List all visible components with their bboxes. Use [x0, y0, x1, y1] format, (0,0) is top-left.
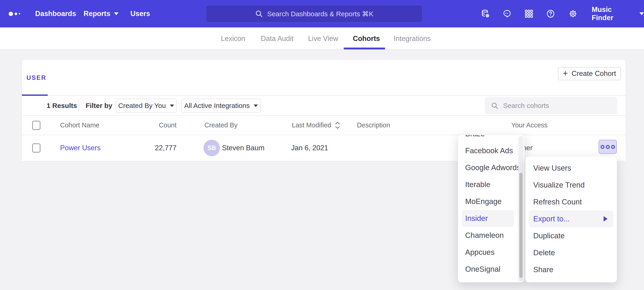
filter-toolbar: 1 Results Filter by Created By You All A…: [22, 96, 626, 116]
select-all-checkbox[interactable]: [32, 121, 40, 130]
menu-item-share[interactable]: Share: [526, 261, 617, 278]
tab-live-view[interactable]: Live View: [308, 28, 338, 50]
data-management-icon[interactable]: [481, 9, 490, 19]
global-search-input[interactable]: Search Dashboards & Reports ⌘K: [206, 5, 422, 22]
plus-icon: +: [563, 69, 568, 78]
section-tabbar: Lexicon Data Audit Live View Cohorts Int…: [0, 28, 644, 50]
row-actions-menu: View Users Visualize Trend Refresh Count…: [525, 156, 617, 282]
nav-dashboards-label: Dashboards: [35, 10, 76, 18]
menu-item-visualize-trend[interactable]: Visualize Trend: [526, 177, 617, 194]
chevron-down-icon: [640, 12, 644, 15]
last-modified-value: Jan 6, 2021: [291, 135, 328, 161]
project-name: Music Finder: [592, 6, 635, 22]
menu-item-onesignal[interactable]: OneSignal: [458, 261, 524, 278]
avatar: SB: [204, 140, 220, 156]
menu-item-braze[interactable]: Braze: [458, 135, 524, 142]
cohort-count: 22,777: [136, 135, 176, 161]
menu-item-chameleon[interactable]: Chameleon: [458, 227, 524, 244]
global-search-placeholder: Search Dashboards & Reports ⌘K: [267, 10, 374, 18]
top-navigation-bar: Dashboards Reports Users Search Dashboar…: [0, 0, 644, 28]
integrations-filter-value: All Active Integrations: [184, 102, 250, 109]
col-header-cohort-name[interactable]: Cohort Name: [60, 116, 99, 135]
chevron-down-icon: [254, 104, 258, 107]
table-header-row: Cohort Name Count Created By Last Modifi…: [22, 116, 626, 135]
created-by-filter-dropdown[interactable]: Created By You: [116, 99, 177, 113]
submenu-arrow-icon: [604, 216, 608, 222]
col-header-description[interactable]: Description: [357, 116, 390, 135]
create-cohort-button[interactable]: + Create Cohort: [558, 67, 621, 80]
active-tab-underline: [344, 48, 385, 49]
col-header-your-access[interactable]: Your Access: [511, 116, 548, 135]
menu-item-view-users[interactable]: View Users: [526, 160, 617, 177]
menu-item-moengage[interactable]: MoEngage: [458, 193, 524, 210]
chevron-down-icon: [114, 12, 118, 15]
project-switcher[interactable]: Music Finder: [592, 0, 644, 28]
col-header-created-by[interactable]: Created By: [204, 116, 238, 135]
cohort-type-tabs: USER + Create Cohort: [22, 60, 626, 96]
export-destinations-menu: Braze Facebook Ads Google Adwords Iterab…: [458, 135, 524, 282]
menu-item-appcues[interactable]: Appcues: [458, 244, 524, 261]
apps-grid-icon[interactable]: [524, 9, 534, 19]
tab-data-audit[interactable]: Data Audit: [261, 28, 294, 50]
tab-integrations[interactable]: Integrations: [394, 28, 431, 50]
nav-reports[interactable]: Reports: [84, 0, 118, 28]
results-count: 1 Results: [46, 96, 77, 115]
menu-item-insider[interactable]: Insider: [462, 210, 514, 227]
menu-item-iterable[interactable]: Iterable: [458, 176, 524, 193]
search-icon: [255, 10, 263, 18]
menu-scrollbar-thumb[interactable]: [519, 173, 522, 278]
created-by-filter-value: Created By You: [118, 102, 166, 109]
nav-users-label: Users: [130, 10, 150, 18]
nav-reports-label: Reports: [84, 10, 110, 18]
search-cohorts-placeholder: Search cohorts: [503, 102, 549, 109]
menu-item-google-adwords[interactable]: Google Adwords: [458, 159, 524, 176]
sort-icon[interactable]: [334, 122, 340, 129]
col-header-last-modified[interactable]: Last Modified: [292, 116, 340, 135]
cohorts-card: USER + Create Cohort 1 Results Filter by…: [22, 59, 626, 161]
tab-lexicon[interactable]: Lexicon: [221, 28, 245, 50]
divider: [78, 99, 79, 112]
cohort-name-link[interactable]: Power Users: [60, 144, 100, 152]
tab-user-cohorts[interactable]: USER: [26, 74, 46, 81]
nav-dashboards[interactable]: Dashboards: [35, 0, 76, 28]
chevron-down-icon: [170, 104, 174, 107]
created-by-value: Steven Baum: [222, 135, 264, 161]
nav-users[interactable]: Users: [130, 0, 150, 28]
app-screen: Dashboards Reports Users Search Dashboar…: [0, 0, 644, 290]
help-icon[interactable]: [546, 9, 556, 19]
row-actions-kebab-button[interactable]: [598, 140, 617, 154]
create-cohort-label: Create Cohort: [572, 70, 616, 78]
menu-item-facebook-ads[interactable]: Facebook Ads: [458, 142, 524, 159]
row-checkbox[interactable]: [32, 143, 40, 153]
settings-gear-icon[interactable]: [568, 9, 578, 19]
col-header-count[interactable]: Count: [136, 116, 176, 135]
integrations-filter-dropdown[interactable]: All Active Integrations: [181, 99, 261, 113]
filter-by-label: Filter by: [86, 96, 112, 115]
search-icon: [491, 102, 498, 109]
feedback-chat-icon[interactable]: [502, 9, 512, 19]
mixpanel-logo-icon[interactable]: [9, 0, 20, 28]
menu-item-delete[interactable]: Delete: [526, 244, 617, 261]
menu-item-duplicate[interactable]: Duplicate: [526, 227, 617, 244]
menu-item-refresh-count[interactable]: Refresh Count: [526, 194, 617, 210]
search-cohorts-input[interactable]: Search cohorts: [485, 97, 617, 114]
tab-cohorts[interactable]: Cohorts: [353, 28, 380, 50]
menu-item-export-to[interactable]: Export to...: [529, 210, 614, 227]
